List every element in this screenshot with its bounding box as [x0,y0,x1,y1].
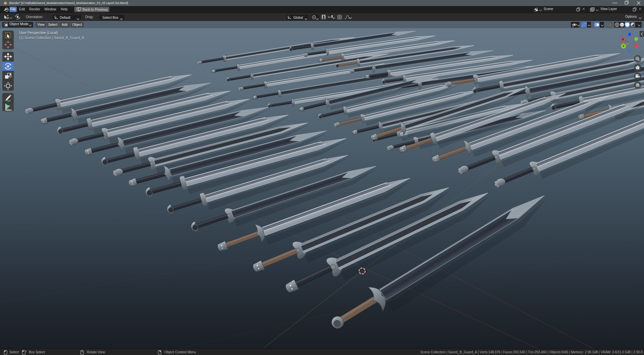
svg-text:X: X [622,38,624,41]
svg-text:Y: Y [623,44,625,48]
svg-text:Z: Z [629,33,631,36]
